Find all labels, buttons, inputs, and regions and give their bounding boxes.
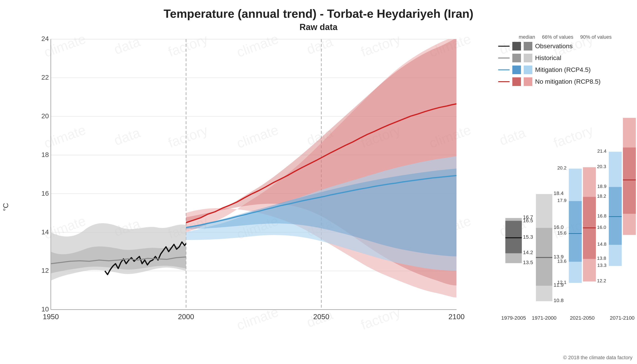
val-1979-low: 14.2 [523,249,533,255]
bar-group-1979-2005: 16.7 16.5 15.3 14.2 13.5 1979-2005 [501,214,533,320]
hist-line-icon [498,57,510,60]
val-2071-blue-low: 14.8 [597,242,606,246]
chart-subtitle: Raw data [0,20,637,32]
historical-band [51,223,186,280]
mit-line-icon [498,68,510,71]
val-1971-upper: 16.0 [554,224,564,230]
val-2071-blue-mid: 16.8 [597,213,606,218]
val-2071-blue-top: 21.4 [597,148,606,154]
mit-label: Mitigation (RCP4.5) [535,66,590,74]
svg-text:16: 16 [42,190,49,197]
svg-rect-45 [623,148,636,214]
bar-group-2071-2100: 21.4 18.9 16.8 14.8 13.3 23.8 21.7 19.4 … [597,114,637,320]
main-container: °C [0,32,637,364]
bar-charts-svg: 16.7 16.5 15.3 14.2 13.5 1979-2005 18.4 … [496,86,637,346]
svg-rect-30 [505,221,522,254]
legend-item-nomit: No mitigation (RCP8.5) [498,77,612,86]
nomit-line-icon [498,80,510,83]
val-2021-blue-bot: 12.1 [558,280,566,285]
legend-item-obs: Observations [498,42,612,50]
svg-text:14: 14 [42,228,49,236]
mit-box-90 [524,66,532,74]
legend-header-90: 90% of values [580,34,612,40]
svg-rect-42 [609,187,622,245]
val-1971-top: 18.4 [554,190,564,196]
svg-rect-33 [536,228,552,286]
label-2071-2100: 2071-2100 [610,315,635,321]
val-2021-blue-low: 13.6 [558,258,566,264]
hist-label: Historical [535,54,561,62]
svg-text:1950: 1950 [43,312,59,321]
svg-text:2050: 2050 [313,312,330,321]
val-2021-blue-mid: 15.6 [558,230,566,236]
legend-item-mit: Mitigation (RCP4.5) [498,66,612,74]
val-2021-red-low: 13.8 [597,256,606,261]
copyright: © 2018 the climate data factory [563,355,632,360]
nomit-box-66 [512,77,521,86]
label-1971-2000: 1971-2000 [532,315,557,321]
mit-box-66 [512,66,521,74]
x-axis-labels: 1950 2000 2050 2100 [43,312,464,321]
legend-header-median: median [519,34,535,40]
obs-label: Observations [535,42,572,50]
nomit-box-90 [524,77,532,86]
val-2021-blue-upper: 17.9 [558,198,566,203]
y-axis-label: °C [0,32,12,364]
svg-text:2000: 2000 [178,312,194,321]
y-axis-ticks: 10 12 14 16 18 20 22 24 [42,35,49,313]
main-chart-svg: 10 12 14 16 18 20 22 24 [12,32,496,346]
svg-text:10: 10 [42,305,49,313]
svg-rect-36 [569,201,582,262]
bar-group-1971-2000: 18.4 16.0 13.9 11.9 10.8 1971-2000 [532,190,564,321]
right-panel: median 66% of values 90% of values Obser… [496,32,637,364]
legend-header: median 66% of values 90% of values [519,34,612,40]
nomit-label: No mitigation (RCP8.5) [535,78,600,85]
chart-area: 10 12 14 16 18 20 22 24 [12,32,496,364]
obs-line-icon [498,45,510,48]
svg-text:24: 24 [42,35,49,42]
label-1979-2005: 1979-2005 [501,315,526,321]
hist-box-66 [512,54,521,62]
val-1971-bot: 10.8 [554,297,564,303]
chart-title: Temperature (annual trend) - Torbat-e He… [0,0,637,20]
svg-text:22: 22 [42,74,49,81]
svg-text:12: 12 [42,267,49,274]
val-2021-red-bot: 12.2 [597,278,606,283]
val-2071-blue-upper: 18.9 [597,184,606,189]
obs-box-66 [512,42,521,50]
val-1979-bot: 13.5 [523,259,533,265]
svg-text:18: 18 [42,151,49,158]
svg-text:20: 20 [42,112,49,120]
legend: median 66% of values 90% of values Obser… [498,34,612,89]
val-1979-mid: 15.3 [523,234,533,240]
val-2021-blue-top: 20.2 [558,165,566,170]
val-2021-red-mid: 16.0 [597,224,606,230]
obs-box-90 [524,42,532,50]
val-2021-red-upper: 18.2 [597,194,606,198]
val-2071-blue-bot: 13.3 [597,262,606,268]
label-2021-2050: 2021-2050 [570,315,595,321]
legend-item-hist: Historical [498,54,612,62]
hist-box-90 [524,54,532,62]
val-2021-red-top: 20.3 [597,164,606,169]
legend-header-66: 66% of values [542,34,573,40]
svg-text:2100: 2100 [448,312,464,321]
val-1979-med: 16.5 [523,218,533,224]
